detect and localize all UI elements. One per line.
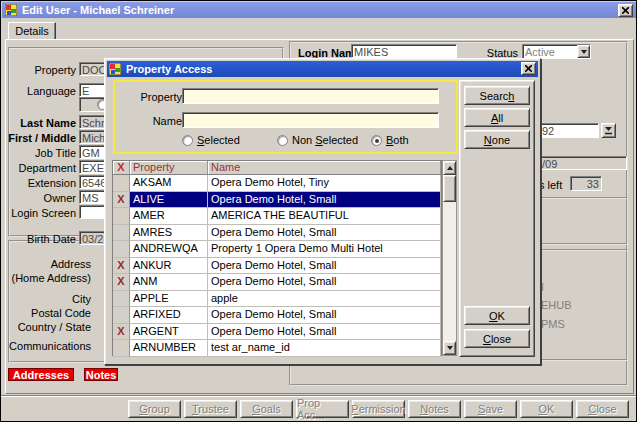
table-row[interactable]: X ALIVE Opera Demo Hotel, Small <box>113 192 441 209</box>
radio-non-selected[interactable]: Non Selected <box>277 134 358 146</box>
table-row[interactable]: ANDREWQA Property 1 Opera Demo Multi Hot… <box>113 241 441 258</box>
login-name-field[interactable]: MIKES <box>351 44 457 58</box>
row-property: ANM <box>130 274 208 291</box>
close-icon <box>622 7 629 14</box>
prop-acc-button[interactable]: Prop Acc... <box>296 400 349 418</box>
header-x[interactable]: X <box>113 161 130 175</box>
arrow-up-icon <box>447 166 453 170</box>
lov-button[interactable] <box>601 123 616 138</box>
label-extension: Extension <box>3 177 76 189</box>
row-name: test ar_name_id <box>208 340 441 357</box>
radio-both[interactable]: Both <box>371 134 409 146</box>
days-left-value: 33 <box>570 176 602 191</box>
ok-button-main[interactable]: OK <box>520 400 573 418</box>
table-row[interactable]: ARFIXED Opera Demo Hotel, Small <box>113 307 441 324</box>
row-mark <box>113 175 130 192</box>
row-name: AMERICA THE BEAUTIFUL <box>208 208 441 225</box>
row-property: AKSAM <box>130 175 208 192</box>
notes-red-button[interactable]: Notes <box>84 368 118 381</box>
close-button[interactable]: Close <box>464 329 530 348</box>
notes-button[interactable]: Notes <box>408 400 461 418</box>
table-row[interactable]: X ANKUR Opera Demo Hotel, Small <box>113 258 441 275</box>
text-fragment-2: EHUB <box>541 299 572 311</box>
header-property[interactable]: Property <box>130 161 208 175</box>
ok-button[interactable]: OK <box>464 306 530 325</box>
list-of-values-icon <box>604 126 613 135</box>
row-mark: X <box>113 324 130 341</box>
scroll-up-button[interactable] <box>443 161 456 175</box>
label-department: Department <box>3 162 76 174</box>
tab-details[interactable]: Details <box>8 22 56 40</box>
radio-icon <box>277 135 288 146</box>
table-row[interactable]: X ARGENT Opera Demo Hotel, Small <box>113 324 441 341</box>
row-property: ARFIXED <box>130 307 208 324</box>
table-row[interactable]: APPLE apple <box>113 291 441 308</box>
row-name: Opera Demo Hotel, Tiny <box>208 175 441 192</box>
label-owner: Owner <box>3 192 76 204</box>
label-language: Language <box>3 85 76 97</box>
table-row[interactable]: AMER AMERICA THE BEAUTIFUL <box>113 208 441 225</box>
goals-button[interactable]: Goals <box>240 400 293 418</box>
row-mark <box>113 340 130 357</box>
scroll-down-button[interactable] <box>443 341 456 355</box>
table-row[interactable]: ARNUMBER test ar_name_id <box>113 340 441 357</box>
row-property: ANKUR <box>130 258 208 275</box>
scrollbar-thumb[interactable] <box>443 175 456 202</box>
table-row[interactable]: AMRES Opera Demo Hotel, Small <box>113 225 441 242</box>
property-search-input[interactable] <box>182 88 439 104</box>
window-close-button[interactable] <box>618 4 633 17</box>
date-field-fragment[interactable]: /09 <box>539 156 627 170</box>
row-name: apple <box>208 291 441 308</box>
row-property: ARGENT <box>130 324 208 341</box>
none-button[interactable]: None <box>464 130 530 149</box>
row-mark <box>113 241 130 258</box>
dialog-close-button[interactable] <box>521 62 536 75</box>
table-row[interactable]: X ANM Opera Demo Hotel, Small <box>113 274 441 291</box>
row-mark <box>113 208 130 225</box>
property-access-dialog: Property Access Property Name Selected N… <box>104 58 541 365</box>
label-dialog-name: Name <box>129 115 182 127</box>
row-name: Opera Demo Hotel, Small <box>208 258 441 275</box>
permission-button[interactable]: Permission <box>352 400 405 418</box>
trustee-button[interactable]: Trustee <box>184 400 237 418</box>
label-dialog-property: Property <box>129 91 182 103</box>
close-icon <box>525 65 532 72</box>
table-row[interactable]: AKSAM Opera Demo Hotel, Tiny <box>113 175 441 192</box>
label-property: Property <box>3 64 76 76</box>
row-mark: X <box>113 258 130 275</box>
row-name: Opera Demo Hotel, Small <box>208 324 441 341</box>
row-name: Opera Demo Hotel, Small <box>208 225 441 242</box>
search-panel: Property Name Selected Non Selected Both <box>113 80 458 154</box>
all-button[interactable]: All <box>464 108 530 127</box>
row-mark: X <box>113 192 130 209</box>
save-button[interactable]: Save <box>464 400 517 418</box>
group-button[interactable]: Group <box>128 400 181 418</box>
row-property: ALIVE <box>130 192 208 209</box>
label-address: Address <box>3 258 91 270</box>
label-last-name: Last Name <box>3 117 76 129</box>
property-table: X Property Name AKSAM Opera Demo Hotel, … <box>112 160 442 356</box>
label-communications: Communications <box>3 340 91 352</box>
numeric-field[interactable]: 92 <box>539 123 599 138</box>
text-fragment-3: PMS <box>541 318 565 330</box>
edit-user-window: Edit User - Michael Schreiner Details Pr… <box>0 0 637 422</box>
main-titlebar[interactable]: Edit User - Michael Schreiner <box>2 2 636 18</box>
label-job-title: Job Title <box>3 147 76 159</box>
status-dropdown-button[interactable] <box>577 45 590 58</box>
radio-icon <box>182 135 193 146</box>
addresses-button[interactable]: Addresses <box>8 368 74 381</box>
label-birth-date: Birth Date <box>3 233 76 245</box>
text-fragment-1: I <box>541 281 544 293</box>
arrow-down-icon <box>447 346 453 350</box>
table-scrollbar[interactable] <box>442 160 457 356</box>
header-name[interactable]: Name <box>208 161 441 175</box>
dialog-titlebar[interactable]: Property Access <box>107 61 538 77</box>
name-search-input[interactable] <box>182 112 439 128</box>
status-combobox[interactable]: Active <box>522 44 591 59</box>
search-button[interactable]: Search <box>464 86 530 105</box>
radio-selected[interactable]: Selected <box>182 134 240 146</box>
dialog-side-panel: Search All None OK Close <box>459 80 535 357</box>
label-city: City <box>3 293 91 305</box>
window-title: Edit User - Michael Schreiner <box>22 4 174 16</box>
close-button-main[interactable]: Close <box>576 400 629 418</box>
